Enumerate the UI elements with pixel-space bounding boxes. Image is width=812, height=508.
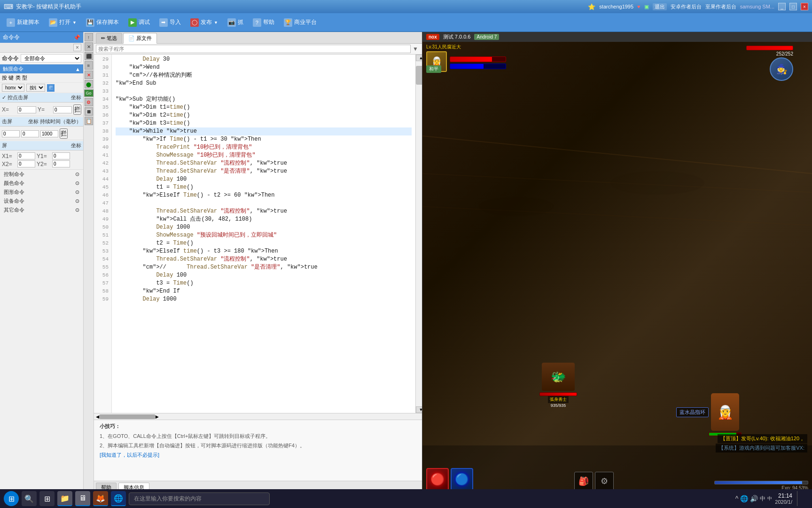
search-input[interactable] [96,45,411,53]
start-btn[interactable]: ⊞ [4,491,19,506]
nox-badge: nox [426,34,439,40]
h-scroll-left-btn[interactable]: ◀ [96,414,99,419]
clock-time: 21:14 [775,492,792,499]
task-btn-2[interactable]: ⊞ [39,491,55,506]
search-dd-arrow: ▼ [411,46,420,52]
x2-input[interactable] [2,130,20,137]
strip-btn-7[interactable]: ⚙ [85,98,93,106]
control-cmd-item[interactable]: 控制命令 ⊙ [0,170,83,179]
scroll-up-btn[interactable]: ▲ [416,55,422,61]
commerce-btn[interactable]: 🏆 商业平台 [280,16,320,29]
publish-btn[interactable]: ◯ 发布 ▼ [187,16,222,29]
item-drop: 蓝水晶指环 [676,407,709,417]
capture-btn[interactable]: 📷 抓 [224,16,247,29]
skill-slot-blue[interactable]: 🔵 [451,468,473,491]
key-exec-btn[interactable]: 拦 [47,84,55,92]
color-cmd-item[interactable]: 颜色命令 ⊙ [0,179,83,188]
show-desktop-btn[interactable] [797,491,808,506]
screen-exec-btn[interactable]: 拦 [60,128,68,139]
ios-console-btn[interactable]: 至果作者后台 [705,3,736,10]
publish-icon: ◯ [190,18,199,27]
tray-ime-icon[interactable]: 中 [767,495,772,502]
game-panel: nox 测试 7.0.0.6 Android 7 Lv.31人民腐近大 [422,32,812,494]
tray-network-icon[interactable]: 🌐 [740,495,748,502]
task-btn-1[interactable]: 🔍 [22,491,37,506]
h-scroll-right-btn[interactable]: ▶ [156,414,159,419]
sidebar-scroll[interactable]: 触摸命令 ▲ 按 键 类 型 home 按键 拦 ✓ 控点击屏 坐标 X= Y= [0,64,83,494]
strip-btn-9[interactable]: 📋 [85,117,93,125]
touch-cmd-section[interactable]: 触摸命令 ▲ [0,64,83,73]
x-input[interactable] [17,106,36,113]
scroll-track[interactable] [416,61,422,406]
android-console-btn[interactable]: 安卓作者后台 [671,3,702,10]
close-btn[interactable]: × [801,3,808,10]
code-content[interactable]: Delay 30 "kw">Wend "cm">//各种情况的判断"kw">En… [112,55,415,413]
import-btn[interactable]: ➡ 导入 [156,16,185,29]
tray-volume-icon[interactable]: 🔊 [750,495,758,502]
strip-btn-6[interactable]: ⬤ [85,80,93,88]
strip-btn-4[interactable]: ≡ [85,61,93,70]
y1-input[interactable] [52,152,70,159]
settings-slot[interactable]: ⚙ [595,472,614,491]
search-bar: ▼ [94,44,422,55]
y2-input[interactable] [21,130,39,137]
task-btn-5[interactable]: 🦊 [93,491,108,506]
exit-btn[interactable]: 退出 [653,3,667,10]
tray-expand-icon[interactable]: ^ [735,495,739,502]
minimize-btn[interactable]: _ [778,3,786,10]
tab-preview[interactable]: ✏ 笔选 [96,33,122,43]
help-btn[interactable]: ? 帮助 [249,16,278,29]
duration-input[interactable] [40,130,58,137]
strip-btn-2[interactable]: ✕ [85,42,93,51]
key-select[interactable]: home [2,84,24,92]
sidebar-close-btn[interactable]: × [73,44,81,51]
type-select[interactable]: 按键 [26,84,45,92]
strip-btn-5[interactable]: ✕ [85,71,93,79]
debug-btn[interactable]: ▶ 调试 [125,16,154,29]
tip3[interactable]: [我知道了，以后不必提示] [100,452,159,458]
strip-btn-1[interactable]: ↑ [85,33,93,41]
task-btn-6[interactable]: 🌐 [111,491,126,506]
scroll-down-btn[interactable]: ▼ [416,406,422,413]
peace-badge: 和平 [426,65,441,73]
click-exec-btn[interactable]: 拦 [73,104,81,115]
skill-slot-red[interactable]: 🔴 [426,468,449,491]
taskbar-search[interactable]: 在这里输入你要搜索的内容 [129,492,270,505]
filter-label1: 命令令 [2,55,19,63]
horizontal-scrollbar[interactable]: ◀ ▶ [94,413,422,420]
code-line: ShowMessage "10秒已到，清理背包" [116,151,412,159]
player-level: Lv.31人民腐近大 [426,44,461,50]
coord-time-label: 坐标 持续时间（毫秒） [28,118,81,125]
x2-label: X2= [2,161,16,167]
strip-btn-3[interactable]: ⬛ [85,52,93,60]
maximize-btn[interactable]: □ [789,3,797,10]
game-msg1: 【置顶】发哥(Lv.40): 收福湘油120， [718,434,807,443]
game-screen[interactable]: Lv.31人民腐近大 🧝 [422,42,812,492]
strip-btn-8[interactable]: 🔳 [85,107,93,116]
y2-input2[interactable] [52,160,70,167]
save-btn[interactable]: 💾 保存脚本 [82,16,123,29]
bag-slot[interactable]: 🎒 [574,472,593,491]
open-btn[interactable]: 📂 打开 ▼ [45,16,80,29]
x2-input2[interactable] [17,160,35,167]
tray-lang-icon[interactable]: 中 [760,495,765,503]
new-script-btn[interactable]: + 新建脚本 [3,16,43,29]
code-container[interactable]: 2930313233343536373839404142434445464748… [94,55,415,413]
tab-preview-label: ✏ [101,35,107,41]
code-line: "kw">Wend [116,64,412,71]
title-bar-left: ⌨ 安教学- 按键精灵手机助手 [4,3,588,11]
filter-select[interactable]: 全部命令 [21,54,81,63]
other-cmd-item[interactable]: 其它命令 ⊙ [0,206,83,214]
device-cmd-item[interactable]: 设备命令 ⊙ [0,197,83,206]
x1-input[interactable] [17,152,35,159]
task-btn-3[interactable]: 📁 [57,491,72,506]
h-scroll-thumb[interactable] [99,414,156,419]
shape-cmd-item[interactable]: 图形命令 ⊙ [0,188,83,197]
task-btn-4[interactable]: 🖥 [75,491,90,506]
vertical-scrollbar[interactable]: ▲ ▼ [415,55,422,413]
y-input[interactable] [53,106,72,113]
tab-source[interactable]: 📄 原文件 [123,33,157,44]
scroll-thumb[interactable] [416,66,422,85]
code-line: Delay 1000 [116,223,412,231]
go-btn[interactable]: Go [84,89,94,97]
